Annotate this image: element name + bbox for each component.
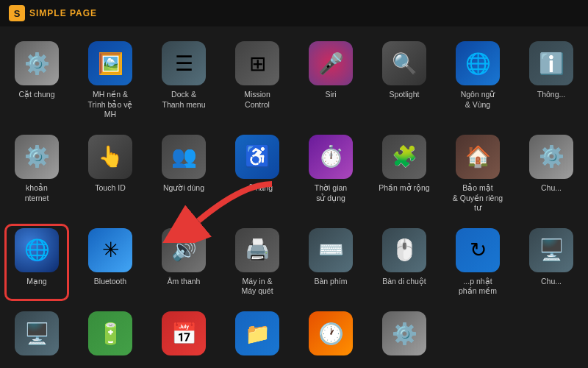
icon-chu: ⚙️ xyxy=(529,135,573,179)
grid-item-info[interactable]: ℹ️Thông... xyxy=(514,34,588,127)
icon-touchid: 👆 xyxy=(88,135,132,179)
header: S SIMPLE PAGE xyxy=(0,0,588,26)
icon-language: 🌐 xyxy=(456,41,500,85)
grid-item-screentime[interactable]: ⏱️Thời gian sử dụng xyxy=(294,127,368,221)
label-display2: Chu... xyxy=(541,277,562,287)
label-bluetooth: Bluetooth xyxy=(94,277,126,287)
grid-item-time[interactable]: 🕐 xyxy=(294,304,368,367)
label-printer: Máy in & Máy quét xyxy=(241,277,273,297)
icon-bluetooth: ✳ xyxy=(88,228,132,272)
label-info: Thông... xyxy=(537,90,566,100)
grid-item-security[interactable]: 🏠Bảo mật & Quyền riêng tư xyxy=(441,127,514,221)
grid-item-dock[interactable]: ☰Dock & Thanh menu xyxy=(147,34,220,127)
label-trackpad: Bàn di chuột xyxy=(382,277,426,287)
label-keyboard: Bàn phím xyxy=(315,277,348,287)
icon-siri: 🎤 xyxy=(309,41,353,85)
label-wallpaper: MH nền & Trình bảo vệ MH xyxy=(81,90,140,120)
label-accessibility: ...ỡ năng xyxy=(242,183,273,194)
icon-display2: 🖥️ xyxy=(529,228,573,272)
icon-chung: ⚙️ xyxy=(15,41,59,85)
icon-info: ℹ️ xyxy=(529,41,573,85)
grid-item-wallpaper[interactable]: 🖼️MH nền & Trình bảo vệ MH xyxy=(74,34,147,127)
label-update: ...p nhật phần mềm xyxy=(459,277,497,297)
grid-item-trackpad[interactable]: 🖱️Bàn di chuột xyxy=(368,221,441,304)
grid-item-chu[interactable]: ⚙️Chu... xyxy=(514,127,588,221)
icon-wallpaper: 🖼️ xyxy=(88,41,132,85)
settings-grid-container: ⚙️Cặt chung🖼️MH nền & Trình bảo vệ MH☰Do… xyxy=(0,26,588,368)
label-network: Mạng xyxy=(26,277,46,287)
label-users: Người dùng xyxy=(163,183,204,194)
logo-icon: S xyxy=(9,5,25,21)
grid-item-chung[interactable]: ⚙️Cặt chung xyxy=(0,34,74,127)
label-screentime: Thời gian sử dụng xyxy=(315,183,347,203)
grid-item-spotlight[interactable]: 🔍Spotlight xyxy=(368,34,441,127)
icon-spotlight: 🔍 xyxy=(382,41,426,85)
icon-accessibility: ♿ xyxy=(235,135,279,179)
icon-screentime: ⏱️ xyxy=(309,135,353,179)
grid-item-display2[interactable]: 🖥️Chu... xyxy=(514,221,588,304)
icon-network: 🌐 xyxy=(15,228,59,272)
icon-keyboard: ⌨️ xyxy=(309,228,353,272)
grid-item-accessibility[interactable]: ♿...ỡ năng xyxy=(220,127,294,221)
icon-update: ↻ xyxy=(456,228,500,272)
grid-item-extensions[interactable]: 🧩Phần mở rộng xyxy=(368,127,441,221)
icon-mission: ⊞ xyxy=(235,41,279,85)
grid-item-account[interactable]: ⚙️khoản nternet xyxy=(0,127,74,221)
grid-item-update[interactable]: ↻...p nhật phần mềm xyxy=(441,221,514,304)
label-touchid: Touch ID xyxy=(95,183,125,194)
grid-item-printer[interactable]: 🖨️Máy in & Máy quét xyxy=(220,221,294,304)
icon-display3: 🖥️ xyxy=(15,311,59,355)
grid-item-battery[interactable]: 🔋 xyxy=(74,304,147,367)
grid-item-keyboard[interactable]: ⌨️Bàn phím xyxy=(294,221,368,304)
label-sound: Âm thanh xyxy=(168,277,201,287)
label-language: Ngôn ngữ & Vùng xyxy=(461,90,495,110)
grid-item-date[interactable]: 📅 xyxy=(147,304,220,367)
icon-date: 📅 xyxy=(162,311,206,355)
grid-item-network[interactable]: 🌐Mạng xyxy=(0,221,74,304)
icon-account: ⚙️ xyxy=(15,135,59,179)
label-chung: Cặt chung xyxy=(18,90,54,100)
icon-extensions: 🧩 xyxy=(382,135,426,179)
label-dock: Dock & Thanh menu xyxy=(162,90,206,110)
settings-grid: ⚙️Cặt chung🖼️MH nền & Trình bảo vệ MH☰Do… xyxy=(0,26,588,368)
label-account: khoản nternet xyxy=(25,183,49,203)
icon-extra: ⚙️ xyxy=(382,311,426,355)
label-mission: Mission Control xyxy=(244,90,270,110)
icon-printer: 🖨️ xyxy=(235,228,279,272)
grid-item-display3[interactable]: 🖥️ xyxy=(0,304,74,367)
icon-battery: 🔋 xyxy=(88,311,132,355)
grid-item-touchid[interactable]: 👆Touch ID xyxy=(74,127,147,221)
label-security: Bảo mật & Quyền riêng tư xyxy=(448,183,507,213)
grid-item-mission[interactable]: ⊞Mission Control xyxy=(220,34,294,127)
icon-trackpad: 🖱️ xyxy=(382,228,426,272)
label-chu: Chu... xyxy=(541,183,562,194)
grid-item-sound[interactable]: 🔊Âm thanh xyxy=(147,221,220,304)
grid-item-siri[interactable]: 🎤Siri xyxy=(294,34,368,127)
icon-dock: ☰ xyxy=(162,41,206,85)
grid-item-language[interactable]: 🌐Ngôn ngữ & Vùng xyxy=(441,34,514,127)
grid-item-extra[interactable]: ⚙️ xyxy=(368,304,441,367)
icon-users: 👥 xyxy=(162,135,206,179)
grid-item-users[interactable]: 👥Người dùng xyxy=(147,127,220,221)
icon-time: 🕐 xyxy=(309,311,353,355)
label-spotlight: Spotlight xyxy=(390,90,420,100)
label-extensions: Phần mở rộng xyxy=(379,183,429,194)
label-siri: Siri xyxy=(325,90,336,100)
logo-text: SIMPLE PAGE xyxy=(29,8,97,18)
icon-sound: 🔊 xyxy=(162,228,206,272)
grid-item-folder[interactable]: 📁 xyxy=(220,304,294,367)
logo: S SIMPLE PAGE xyxy=(9,5,97,21)
icon-security: 🏠 xyxy=(456,135,500,179)
icon-folder: 📁 xyxy=(235,311,279,355)
grid-item-bluetooth[interactable]: ✳Bluetooth xyxy=(74,221,147,304)
